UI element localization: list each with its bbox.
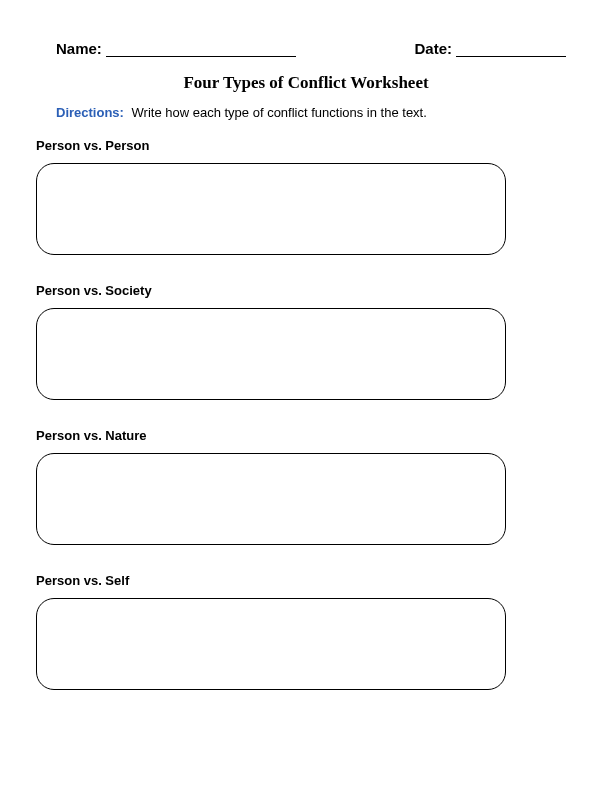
section-heading: Person vs. Nature [36,428,576,443]
answer-box[interactable] [36,453,506,545]
name-input-line[interactable] [106,56,296,57]
section-heading: Person vs. Person [36,138,576,153]
answer-box[interactable] [36,308,506,400]
directions-row: Directions: Write how each type of confl… [36,105,576,120]
date-label: Date: [414,40,452,57]
directions-text: Write how each type of conflict function… [132,105,427,120]
date-group: Date: [414,40,566,57]
name-label: Name: [56,40,102,57]
worksheet-title: Four Types of Conflict Worksheet [36,73,576,93]
section-person-vs-self: Person vs. Self [36,573,576,690]
date-input-line[interactable] [456,56,566,57]
answer-box[interactable] [36,598,506,690]
header-row: Name: Date: [36,40,576,57]
section-person-vs-society: Person vs. Society [36,283,576,400]
section-heading: Person vs. Society [36,283,576,298]
section-heading: Person vs. Self [36,573,576,588]
section-person-vs-nature: Person vs. Nature [36,428,576,545]
directions-label: Directions: [56,105,124,120]
name-group: Name: [56,40,296,57]
section-person-vs-person: Person vs. Person [36,138,576,255]
answer-box[interactable] [36,163,506,255]
